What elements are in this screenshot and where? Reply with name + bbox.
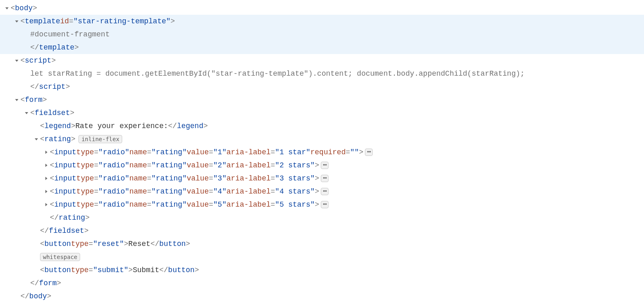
ellipsis-expand-icon[interactable]: ⋯ xyxy=(321,162,329,169)
attribute-value: 1 star xyxy=(280,146,306,159)
expand-triangle-down-icon[interactable] xyxy=(33,135,40,143)
attribute-value: 5 xyxy=(218,198,222,211)
row-content: </body> xyxy=(20,290,51,302)
attribute-name: aria-label xyxy=(226,146,271,159)
attribute-name: type xyxy=(76,159,94,172)
expand-triangle-right-icon[interactable] xyxy=(42,188,50,195)
attribute-name: aria-label xyxy=(226,159,271,172)
dom-tree-row[interactable]: let starRating = document.getElementById… xyxy=(0,67,644,80)
tag-name: input xyxy=(54,172,76,185)
tag-name: input xyxy=(54,159,76,172)
whitespace-badge[interactable]: whitespace xyxy=(40,253,80,261)
attribute-value: reset xyxy=(97,237,119,250)
twistie-spacer xyxy=(23,70,30,77)
tag-name: input xyxy=(54,198,76,211)
twistie-spacer xyxy=(33,266,40,274)
tag-name: fieldset xyxy=(35,106,70,119)
dom-tree-row[interactable]: </body> xyxy=(0,290,644,302)
expand-triangle-down-icon[interactable] xyxy=(13,57,20,64)
tag-name: fieldset xyxy=(49,224,84,237)
attribute-name: id xyxy=(60,15,69,28)
dom-tree-row[interactable]: <legend>Rate your experience:</legend> xyxy=(0,119,644,133)
expand-triangle-right-icon[interactable] xyxy=(42,149,50,156)
dom-tree-row[interactable]: <button type="reset">Reset</button> xyxy=(0,237,644,250)
expand-triangle-down-icon[interactable] xyxy=(13,18,20,25)
attribute-value: 4 stars xyxy=(280,185,311,198)
tag-name: script xyxy=(39,80,66,93)
attribute-name: type xyxy=(71,237,89,250)
row-content: </form> xyxy=(30,277,61,290)
expand-triangle-down-icon[interactable] xyxy=(3,5,11,12)
attribute-name: aria-label xyxy=(226,172,271,185)
expand-triangle-right-icon[interactable] xyxy=(42,201,50,208)
row-content: <button type="reset">Reset</button> xyxy=(40,237,190,250)
ellipsis-expand-icon[interactable]: ⋯ xyxy=(321,175,329,182)
attribute-value: radio xyxy=(103,159,125,172)
dom-tree-row[interactable]: <input type="radio" name="rating" value=… xyxy=(0,146,644,159)
tag-name: form xyxy=(25,93,42,106)
dom-tree-row[interactable]: </rating> xyxy=(0,211,644,224)
ellipsis-expand-icon[interactable]: ⋯ xyxy=(365,149,373,156)
attribute-name: value xyxy=(187,172,209,185)
dom-tree-row[interactable]: whitespace xyxy=(0,250,644,264)
tag-name: input xyxy=(54,185,76,198)
layout-badge[interactable]: inline-flex xyxy=(78,135,122,143)
row-content: <form> xyxy=(20,93,47,106)
twistie-spacer xyxy=(33,227,40,234)
row-content: <button type="submit">Submit</button> xyxy=(40,264,199,277)
dom-tree-row[interactable]: <input type="radio" name="rating" value=… xyxy=(0,198,644,211)
row-content: </fieldset> xyxy=(40,224,89,237)
dom-tree-row[interactable]: <form> xyxy=(0,93,644,106)
row-content: <body> xyxy=(11,2,37,15)
tag-name: form xyxy=(39,277,57,290)
attribute-name: value xyxy=(187,159,209,172)
expand-triangle-right-icon[interactable] xyxy=(42,162,50,169)
attribute-name: value xyxy=(187,185,209,198)
attribute-name: type xyxy=(76,146,94,159)
twistie-spacer xyxy=(33,253,40,261)
dom-tree-row[interactable]: <fieldset> xyxy=(0,106,644,119)
twistie-spacer xyxy=(23,83,30,90)
expand-triangle-down-icon[interactable] xyxy=(23,109,30,117)
twistie-spacer xyxy=(23,31,30,38)
attribute-name: value xyxy=(187,198,209,211)
tag-name: body xyxy=(15,2,33,15)
attribute-value: 5 stars xyxy=(280,198,311,211)
attribute-name: value xyxy=(187,146,209,159)
row-content: whitespace xyxy=(40,253,80,261)
dom-tree-row[interactable]: <rating>inline-flex xyxy=(0,133,644,146)
ellipsis-expand-icon[interactable]: ⋯ xyxy=(321,201,329,208)
expand-triangle-right-icon[interactable] xyxy=(42,175,50,182)
dom-tree-row[interactable]: <input type="radio" name="rating" value=… xyxy=(0,172,644,185)
attribute-name: aria-label xyxy=(226,185,271,198)
dom-tree-row[interactable]: <input type="radio" name="rating" value=… xyxy=(0,159,644,172)
dom-tree-row[interactable]: </form> xyxy=(0,277,644,290)
attribute-value: radio xyxy=(103,198,125,211)
gray-text-node: let starRating = document.getElementById… xyxy=(30,67,525,80)
dom-tree-row[interactable]: <button type="submit">Submit</button> xyxy=(0,264,644,277)
row-content: let starRating = document.getElementById… xyxy=(30,67,525,80)
twistie-spacer xyxy=(23,279,30,287)
tag-name: template xyxy=(25,15,60,28)
attribute-name: type xyxy=(76,185,94,198)
dom-tree-row[interactable]: <template id="star-rating-template"> xyxy=(0,15,644,28)
twistie-spacer xyxy=(33,240,40,248)
twistie-spacer xyxy=(33,122,40,130)
twistie-spacer xyxy=(23,44,30,51)
attribute-value: radio xyxy=(103,172,125,185)
dom-tree-row[interactable]: </fieldset> xyxy=(0,224,644,237)
dom-tree-row[interactable]: <input type="radio" name="rating" value=… xyxy=(0,185,644,198)
attribute-value: rating xyxy=(156,198,182,211)
attribute-value: rating xyxy=(156,185,182,198)
twistie-spacer xyxy=(13,293,20,300)
dom-tree-row[interactable]: <script> xyxy=(0,54,644,67)
text-node: Rate your experience: xyxy=(75,119,168,133)
dom-tree-row[interactable]: </template> xyxy=(0,41,644,54)
row-content: <fieldset> xyxy=(30,106,74,119)
dom-tree-row[interactable]: #document-fragment xyxy=(0,28,644,41)
ellipsis-expand-icon[interactable]: ⋯ xyxy=(321,188,329,195)
expand-triangle-down-icon[interactable] xyxy=(13,96,20,104)
dom-tree-row[interactable]: </script> xyxy=(0,80,644,93)
dom-tree-row[interactable]: <body> xyxy=(0,2,644,15)
tag-name: button xyxy=(159,237,186,250)
